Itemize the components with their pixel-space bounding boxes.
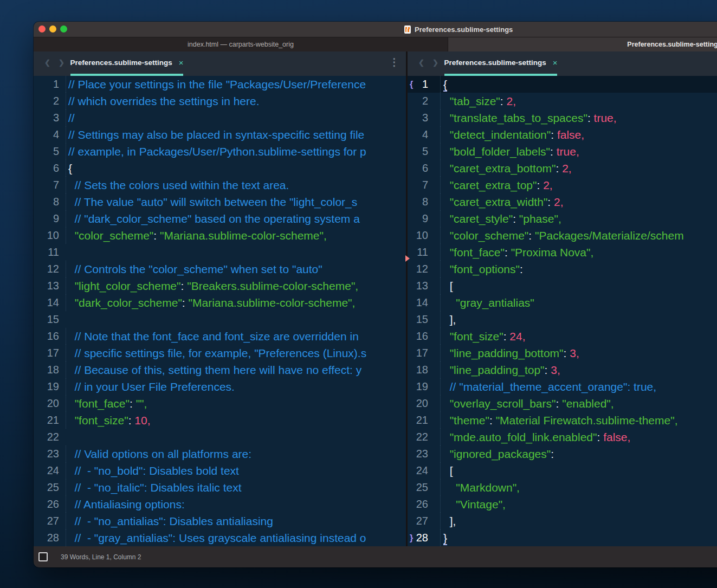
code-text[interactable]: // in your User File Preferences. [66,378,406,395]
tab-close-icon[interactable]: × [179,59,184,67]
code-line[interactable]: 21 "font_size": 10, [34,412,406,429]
code-text[interactable]: "caret_extra_width": 2, [440,193,717,210]
code-text[interactable]: "caret_extra_top": 2, [440,177,717,193]
zoom-window-button[interactable] [60,25,67,33]
code-text[interactable]: // Controls the "color_scheme" when set … [66,261,406,277]
code-text[interactable]: // [66,109,406,126]
line-number[interactable]: 2 [408,95,428,107]
code-text[interactable]: "overlay_scroll_bars": "enabled", [440,395,717,412]
code-text[interactable]: "Vintage", [440,496,717,513]
code-line[interactable]: 28 // - "gray_antialias": Uses grayscale… [34,529,406,546]
code-text[interactable]: "theme": "Material Firewatch.sublime-the… [440,412,717,429]
code-text[interactable]: // Note that the font_face and font_size… [66,328,406,345]
native-tab-preferences[interactable]: Preferences.sublime-settings [448,37,717,51]
code-line[interactable]: 12 // Controls the "color_scheme" when s… [34,261,406,277]
left-pane-code-area[interactable]: 1// Place your settings in the file "Pac… [34,76,406,546]
line-number[interactable]: 25 [408,481,428,494]
tab-forward-arrow-icon[interactable]: ❯ [432,51,438,74]
code-line[interactable]: 2// which overrides the settings in here… [34,93,406,109]
line-number[interactable]: 7 [408,179,428,191]
line-number[interactable]: 7 [34,179,59,191]
line-number[interactable]: 5 [34,145,59,158]
code-line[interactable]: 21 "theme": "Material Firewatch.sublime-… [408,412,717,429]
code-text[interactable]: { [440,76,717,93]
code-text[interactable]: "font_size": 24, [440,328,717,345]
line-number[interactable]: 10 [408,229,428,242]
code-line[interactable]: 25 "Markdown", [408,479,717,496]
code-text[interactable]: "font_options": [440,261,717,277]
code-text[interactable]: "dark_color_scheme": "Mariana.sublime-co… [66,294,406,311]
code-text[interactable]: "gray_antialias" [440,294,717,311]
code-line[interactable]: 14 "dark_color_scheme": "Mariana.sublime… [34,294,406,311]
code-text[interactable]: // Sets the colors used within the text … [66,177,406,193]
line-number[interactable]: 14 [408,296,428,309]
code-line[interactable]: 9 "caret_style": "phase", [408,210,717,227]
line-number[interactable]: 2 [34,95,59,107]
line-number[interactable]: 24 [408,464,428,477]
code-line[interactable]: 24 [ [408,462,717,479]
line-number[interactable]: 27 [408,515,428,527]
code-line[interactable]: }28} [408,529,717,546]
code-line[interactable]: 11 [34,244,406,261]
line-number[interactable]: 15 [408,313,428,326]
code-line[interactable]: 13 "light_color_scheme": "Breakers.subli… [34,277,406,294]
code-line[interactable]: 7 // Sets the colors used within the tex… [34,177,406,193]
code-line[interactable]: 26 "Vintage", [408,496,717,513]
code-line[interactable]: {1{ [408,76,717,93]
code-line[interactable]: 27 ], [408,513,717,529]
line-number[interactable]: 3 [34,112,59,124]
code-text[interactable]: } [440,529,717,546]
code-line[interactable]: 19 // "material_theme_accent_orange": tr… [408,378,717,395]
code-text[interactable]: // specific settings file, for example, … [66,345,406,361]
close-window-button[interactable] [38,25,46,33]
code-line[interactable]: 16 // Note that the font_face and font_s… [34,328,406,345]
line-number[interactable]: 25 [34,481,59,494]
code-line[interactable]: 11 "font_face": "Proxima Nova", [408,244,717,261]
code-text[interactable]: // Because of this, setting them here wi… [66,361,406,378]
line-number[interactable]: 20 [34,397,59,410]
code-line[interactable]: 5// example, in Packages/User/Python.sub… [34,143,406,160]
code-line[interactable]: 10 "color_scheme": "Mariana.sublime-colo… [34,227,406,244]
line-number[interactable]: 6 [408,162,428,175]
code-text[interactable]: "detect_indentation": false, [440,126,717,143]
code-text[interactable]: // Valid options on all platforms are: [66,445,406,462]
line-number[interactable]: 8 [408,196,428,208]
code-line[interactable]: 15 [34,311,406,328]
line-number[interactable]: 24 [34,464,59,477]
code-line[interactable]: 10 "color_scheme": "Packages/Materialize… [408,227,717,244]
code-line[interactable]: 18 "line_padding_top": 3, [408,361,717,378]
code-text[interactable]: // - "no_italic": Disables italic text [66,479,406,496]
code-line[interactable]: 9 // "dark_color_scheme" based on the op… [34,210,406,227]
code-line[interactable]: 6 "caret_extra_bottom": 2, [408,160,717,177]
line-number[interactable]: 16 [408,330,428,343]
code-line[interactable]: 8 // The value "auto" will switch betwee… [34,193,406,210]
line-number[interactable]: 26 [34,498,59,511]
line-number[interactable]: 22 [34,431,59,443]
code-text[interactable]: // - "no_bold": Disables bold text [66,462,406,479]
code-line[interactable]: 8 "caret_extra_width": 2, [408,193,717,210]
line-number[interactable]: 9 [408,212,428,225]
line-number[interactable]: 23 [34,448,59,460]
line-number[interactable]: 19 [408,380,428,393]
code-line[interactable]: 3// [34,109,406,126]
code-text[interactable]: // Antialiasing options: [66,496,406,513]
code-line[interactable]: 1// Place your settings in the file "Pac… [34,76,406,93]
code-line[interactable]: 27 // - "no_antialias": Disables antiali… [34,513,406,529]
code-text[interactable]: [ [440,277,717,294]
right-pane-tab-preferences[interactable]: Preferences.sublime-settings × [444,51,557,76]
native-tab-index-html[interactable]: index.html — carparts-website_orig [34,37,448,51]
code-text[interactable]: // "dark_color_scheme" based on the oper… [66,210,406,227]
line-number[interactable]: 4 [34,128,59,141]
tab-back-arrow-icon[interactable]: ❮ [44,51,50,74]
line-number[interactable]: 21 [408,414,428,427]
code-text[interactable]: "ignored_packages": [440,445,717,462]
code-line[interactable]: 3 "translate_tabs_to_spaces": true, [408,109,717,126]
status-square-icon[interactable] [38,552,48,561]
code-line[interactable]: 16 "font_size": 24, [408,328,717,345]
code-text[interactable]: // "material_theme_accent_orange": true, [440,378,717,395]
code-text[interactable]: "translate_tabs_to_spaces": true, [440,109,717,126]
code-text[interactable]: // Place your settings in the file "Pack… [66,76,406,93]
code-text[interactable]: // - "no_antialias": Disables antialiasi… [66,513,406,529]
code-line[interactable]: 20 "overlay_scroll_bars": "enabled", [408,395,717,412]
line-number[interactable]: 18 [34,364,59,376]
